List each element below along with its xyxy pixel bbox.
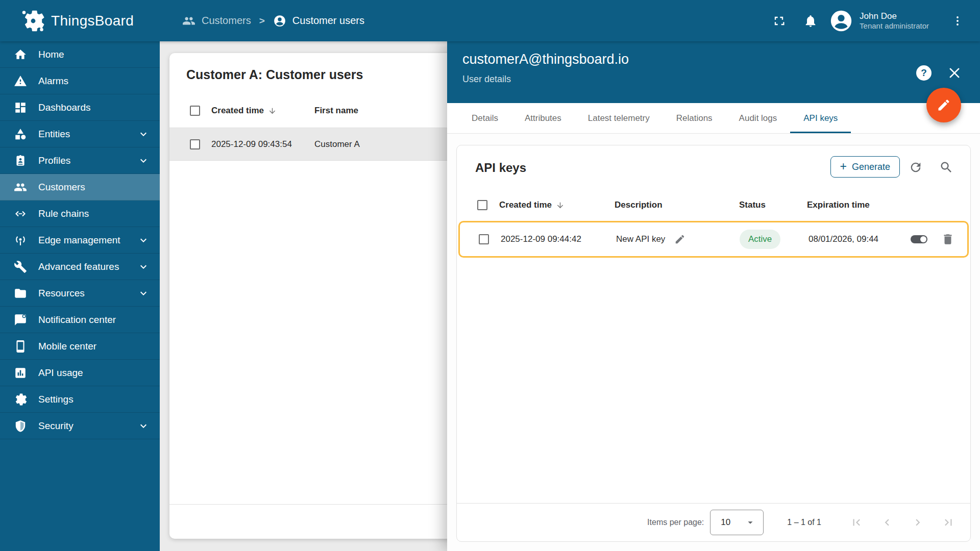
user-name: John Doe (860, 11, 929, 21)
sidebar-item-resources[interactable]: Resources (0, 280, 160, 307)
customers-icon (14, 181, 27, 194)
cell-first-name: Customer A (314, 139, 360, 149)
caret-down-icon (745, 517, 756, 528)
help-icon[interactable]: ? (916, 65, 932, 81)
api-keys-card: API keys + Generate Created time Descrip… (456, 145, 971, 542)
refresh-icon[interactable] (909, 160, 923, 174)
sidebar-item-edge-management[interactable]: Edge management (0, 227, 160, 254)
page-size-value: 10 (721, 517, 745, 528)
cell-expiration-time: 08/01/2026, 09:44 (808, 234, 878, 244)
column-header-created-time[interactable]: Created time (499, 200, 565, 210)
tab-details[interactable]: Details (458, 103, 511, 133)
fullscreen-icon[interactable] (772, 14, 786, 28)
tab-api-keys[interactable]: API keys (790, 103, 851, 133)
sidebar-item-security[interactable]: Security (0, 413, 160, 439)
sort-desc-icon (268, 107, 277, 115)
sidebar-item-notification-center[interactable]: Notification center (0, 307, 160, 333)
thingsboard-logo-icon (21, 9, 45, 33)
column-header-description[interactable]: Description (615, 200, 663, 210)
sidebar-item-mobile-center[interactable]: Mobile center (0, 333, 160, 360)
rule-chains-icon (14, 207, 27, 220)
cell-created-time: 2025-12-09 09:44:42 (501, 234, 581, 244)
customer-users-title: Customer A: Customer users (186, 67, 363, 82)
tab-latest-telemetry[interactable]: Latest telemetry (575, 103, 663, 133)
sidebar-item-rule-chains[interactable]: Rule chains (0, 201, 160, 227)
select-all-checkbox[interactable] (190, 106, 200, 116)
previous-page-icon[interactable] (880, 516, 894, 529)
home-icon (14, 48, 27, 61)
generate-button[interactable]: + Generate (830, 156, 900, 178)
last-page-icon[interactable] (942, 516, 955, 529)
tab-audit-logs[interactable]: Audit logs (726, 103, 791, 133)
column-header-created-time[interactable]: Created time (211, 106, 277, 116)
notification-center-icon (14, 313, 27, 327)
tab-attributes[interactable]: Attributes (511, 103, 575, 133)
column-header-first-name[interactable]: First name (314, 106, 358, 116)
kebab-menu-icon[interactable] (951, 14, 964, 28)
status-badge: Active (740, 230, 780, 249)
cell-description: New API key (616, 234, 665, 244)
chevron-down-icon (137, 234, 150, 246)
people-icon (182, 14, 195, 28)
paginator-range-label: 1 – 1 of 1 (787, 518, 821, 527)
column-header-status[interactable]: Status (739, 200, 766, 210)
breadcrumb-customer-users[interactable]: Customer users (273, 14, 364, 28)
delete-trash-icon[interactable] (941, 233, 954, 246)
page-size-select[interactable]: 10 (710, 510, 764, 535)
sidebar-item-entities[interactable]: Entities (0, 121, 160, 147)
warning-icon (14, 74, 27, 88)
pencil-icon (937, 98, 951, 112)
enabled-toggle[interactable] (911, 235, 927, 243)
account-circle-icon (273, 14, 286, 28)
advanced-features-icon (14, 260, 27, 273)
user-info: John Doe Tenant administrator (860, 11, 929, 31)
breadcrumb-customers[interactable]: Customers (182, 14, 251, 28)
security-shield-icon (14, 419, 27, 433)
user-avatar[interactable] (830, 10, 852, 32)
breadcrumb-label: Customer users (292, 15, 364, 27)
plus-icon: + (840, 161, 847, 172)
sidebar-item-api-usage[interactable]: API usage (0, 360, 160, 386)
edit-description-pencil-icon[interactable] (674, 234, 685, 245)
sidebar-item-advanced-features[interactable]: Advanced features (0, 254, 160, 280)
close-icon[interactable] (947, 65, 962, 81)
dashboards-icon (14, 101, 27, 114)
tab-relations[interactable]: Relations (663, 103, 726, 133)
column-header-expiration-time[interactable]: Expiration time (807, 200, 870, 210)
first-page-icon[interactable] (850, 516, 863, 529)
resources-icon (14, 287, 27, 300)
row-checkbox[interactable] (479, 234, 489, 244)
sidebar-item-dashboards[interactable]: Dashboards (0, 94, 160, 121)
sidebar-item-profiles[interactable]: Profiles (0, 147, 160, 174)
app-logo[interactable]: ThingsBoard (0, 9, 160, 33)
sidebar-item-alarms[interactable]: Alarms (0, 68, 160, 94)
notifications-bell-icon[interactable] (803, 14, 818, 28)
breadcrumb-separator: > (259, 15, 265, 27)
select-all-checkbox[interactable] (477, 200, 487, 210)
sidebar-item-home[interactable]: Home (0, 41, 160, 68)
chevron-down-icon (137, 155, 150, 167)
mobile-center-icon (14, 340, 27, 353)
edit-fab-button[interactable] (926, 88, 961, 122)
edge-management-icon (14, 234, 27, 247)
sidebar: Home Alarms Dashboards Entities Profiles… (0, 41, 160, 551)
sort-desc-icon (556, 201, 565, 210)
next-page-icon[interactable] (911, 516, 924, 529)
api-keys-heading: API keys (475, 161, 526, 175)
api-usage-icon (14, 366, 27, 380)
user-role: Tenant administrator (860, 21, 929, 31)
thingsboard-app: { "theme": { "primary": "#0d5d84", "fab_… (0, 0, 980, 551)
api-key-row[interactable]: 2025-12-09 09:44:42 New API key Active 0… (458, 221, 969, 258)
search-icon[interactable] (939, 160, 953, 174)
top-header: ThingsBoard Customers > Customer users J… (0, 0, 980, 41)
sidebar-item-settings[interactable]: Settings (0, 386, 160, 413)
chevron-down-icon (137, 128, 150, 140)
drawer-title: customerA@thingsboard.io (462, 52, 629, 67)
row-checkbox[interactable] (190, 139, 200, 149)
drawer-header: customerA@thingsboard.io User details ? (447, 41, 980, 103)
user-details-drawer: customerA@thingsboard.io User details ? … (447, 41, 980, 551)
sidebar-item-customers[interactable]: Customers (0, 174, 160, 201)
breadcrumb: Customers > Customer users (182, 14, 364, 28)
drawer-body: API keys + Generate Created time Descrip… (447, 134, 980, 551)
breadcrumb-label: Customers (202, 15, 251, 27)
